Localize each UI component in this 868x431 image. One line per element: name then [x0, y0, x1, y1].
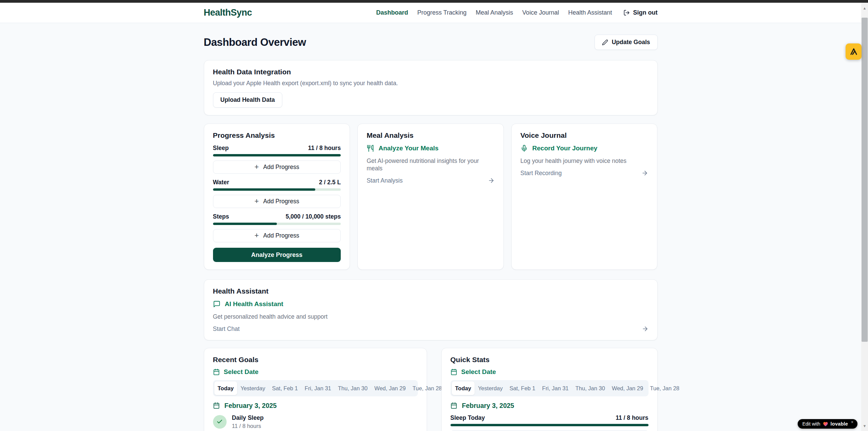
date-tabs: Today Yesterday Sat, Feb 1 Fri, Jan 31 T…	[450, 380, 649, 396]
health-assistant-card: Health Assistant AI Health Assistant Get…	[204, 279, 658, 340]
date-tab-thu-jan-30[interactable]: Thu, Jan 30	[572, 381, 608, 395]
selected-date: February 3, 2025	[213, 401, 418, 410]
health-assistant-description: Get personalized health advice and suppo…	[213, 313, 649, 320]
start-chat-link[interactable]: Start Chat	[213, 325, 649, 333]
nav-item-dashboard[interactable]: Dashboard	[376, 9, 408, 16]
date-tab-fri-jan-31[interactable]: Fri, Jan 31	[301, 381, 335, 395]
add-progress-label: Add Progress	[263, 198, 299, 205]
voice-journal-title: Voice Journal	[520, 131, 649, 139]
date-tab-sat-feb-1[interactable]: Sat, Feb 1	[506, 381, 539, 395]
goal-item-value: 11 / 8 hours	[232, 423, 264, 429]
sleep-today-progress-bar	[450, 424, 649, 426]
date-tab-tue-jan-28[interactable]: Tue, Jan 28	[409, 381, 445, 395]
selected-date-label: February 3, 2025	[225, 401, 277, 410]
scrollbar-up-arrow[interactable]: ▲	[861, 3, 868, 14]
utensils-icon	[367, 145, 374, 152]
integration-description: Upload your Apple Health export (export.…	[213, 79, 649, 87]
update-goals-button[interactable]: Update Goals	[595, 35, 658, 50]
nav-item-meal-analysis[interactable]: Meal Analysis	[476, 9, 513, 16]
start-analysis-link[interactable]: Start Analysis	[367, 177, 495, 184]
lovable-launcher-icon	[849, 47, 858, 56]
arrow-right-icon	[641, 170, 648, 176]
date-tab-sat-feb-1[interactable]: Sat, Feb 1	[269, 381, 301, 395]
lovable-launcher-button[interactable]	[846, 43, 862, 60]
goal-label: Water	[213, 179, 229, 186]
meal-analysis-card: Meal Analysis Analyze Your Meals Get AI-…	[357, 124, 504, 270]
page-scrollbar[interactable]: ▲ ▼	[861, 3, 868, 431]
record-your-journey-link[interactable]: Record Your Journey	[520, 144, 649, 152]
edit-with-lovable-badge[interactable]: Edit with lovable ×	[798, 419, 857, 429]
scrollbar-down-arrow[interactable]: ▼	[861, 421, 868, 430]
date-tab-tue-jan-28[interactable]: Tue, Jan 28	[646, 381, 683, 395]
health-assistant-title: Health Assistant	[213, 287, 649, 295]
app-header: HealthSync Dashboard Progress Tracking M…	[0, 3, 861, 23]
plus-icon: +	[254, 198, 259, 205]
nav-item-progress-tracking[interactable]: Progress Tracking	[417, 9, 466, 16]
nav-item-voice-journal[interactable]: Voice Journal	[522, 9, 559, 16]
date-tab-today[interactable]: Today	[214, 381, 237, 395]
record-your-journey-label: Record Your Journey	[532, 144, 597, 152]
date-tab-wed-jan-29[interactable]: Wed, Jan 29	[371, 381, 409, 395]
add-progress-button-sleep[interactable]: + Add Progress	[213, 161, 341, 174]
progress-analysis-title: Progress Analysis	[213, 131, 341, 139]
start-recording-link[interactable]: Start Recording	[520, 169, 649, 177]
add-progress-button-water[interactable]: + Add Progress	[213, 195, 341, 208]
nav-item-health-assistant[interactable]: Health Assistant	[568, 9, 612, 16]
select-date-button[interactable]: Select Date	[450, 368, 649, 376]
recent-goals-title: Recent Goals	[213, 356, 418, 364]
stat-value: 11 / 8 hours	[616, 414, 648, 421]
brand-logo[interactable]: HealthSync	[204, 7, 252, 18]
plus-icon: +	[254, 163, 259, 171]
badge-brand: lovable	[831, 421, 848, 427]
calendar-icon	[450, 369, 457, 375]
check-circle-icon	[213, 415, 227, 429]
recent-goals-card: Recent Goals Select Date Today Yesterday…	[204, 348, 427, 431]
integration-title: Health Data Integration	[213, 68, 649, 76]
goal-label: Sleep	[213, 144, 229, 152]
goal-list-item: Daily Sleep 11 / 8 hours	[213, 414, 418, 429]
calendar-icon	[450, 402, 457, 409]
add-progress-button-steps[interactable]: + Add Progress	[213, 229, 341, 242]
sleep-progress-bar	[213, 154, 341, 156]
sign-out-button[interactable]: Sign out	[623, 9, 658, 16]
start-analysis-label: Start Analysis	[367, 177, 403, 184]
upload-health-data-label: Upload Health Data	[220, 96, 275, 104]
chat-bubble-icon	[213, 300, 220, 308]
badge-prefix: Edit with	[802, 421, 820, 427]
progress-analysis-card: Progress Analysis Sleep 11 / 8 hours + A…	[204, 124, 350, 270]
voice-journal-description: Log your health journey with voice notes	[520, 157, 649, 165]
goal-label: Steps	[213, 213, 229, 220]
date-tab-yesterday[interactable]: Yesterday	[237, 381, 269, 395]
analyze-progress-button[interactable]: Analyze Progress	[213, 248, 341, 262]
browser-top-strip	[0, 0, 868, 3]
microphone-icon	[520, 145, 528, 152]
goal-value: 11 / 8 hours	[308, 144, 341, 152]
goal-sleep: Sleep 11 / 8 hours + Add Progress	[213, 144, 341, 174]
start-chat-label: Start Chat	[213, 325, 240, 333]
update-goals-label: Update Goals	[612, 39, 650, 46]
water-progress-bar	[213, 188, 341, 191]
upload-health-data-button[interactable]: Upload Health Data	[213, 92, 282, 108]
date-tab-fri-jan-31[interactable]: Fri, Jan 31	[539, 381, 572, 395]
health-data-integration-card: Health Data Integration Upload your Appl…	[204, 60, 658, 115]
date-tab-thu-jan-30[interactable]: Thu, Jan 30	[335, 381, 371, 395]
selected-date: February 3, 2025	[450, 401, 649, 410]
ai-health-assistant-link[interactable]: AI Health Assistant	[213, 300, 649, 308]
arrow-right-icon	[642, 325, 649, 332]
stat-label: Sleep Today	[450, 414, 485, 421]
goal-steps: Steps 5,000 / 10,000 steps + Add Progres…	[213, 213, 341, 242]
date-tab-wed-jan-29[interactable]: Wed, Jan 29	[608, 381, 646, 395]
badge-close-icon[interactable]: ×	[851, 420, 853, 425]
steps-progress-bar	[213, 223, 341, 225]
date-tab-yesterday[interactable]: Yesterday	[475, 381, 506, 395]
sign-out-label: Sign out	[633, 9, 658, 16]
analyze-your-meals-link[interactable]: Analyze Your Meals	[367, 144, 495, 152]
date-tab-today[interactable]: Today	[452, 381, 475, 395]
log-out-icon	[623, 10, 630, 16]
quick-stats-card: Quick Stats Select Date Today Yesterday …	[441, 348, 658, 431]
scrollbar-thumb[interactable]	[862, 18, 868, 342]
start-recording-label: Start Recording	[520, 169, 562, 177]
page-title: Dashboard Overview	[204, 36, 306, 49]
add-progress-label: Add Progress	[263, 232, 299, 239]
select-date-button[interactable]: Select Date	[213, 368, 418, 376]
